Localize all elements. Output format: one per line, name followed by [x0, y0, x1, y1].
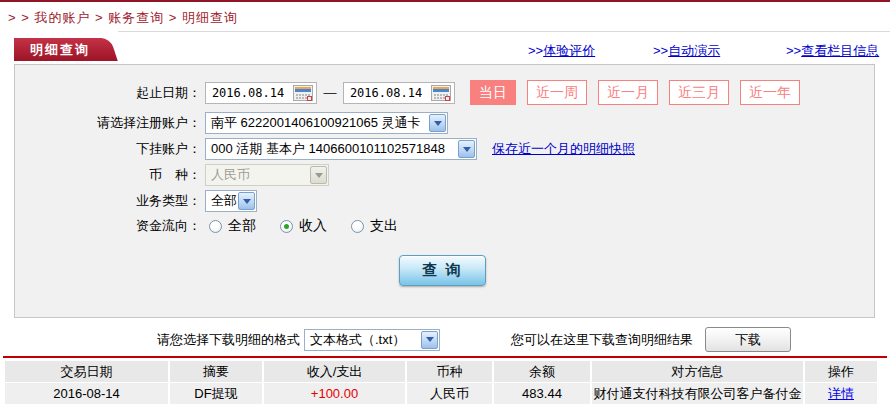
date-range-label: 起止日期： — [15, 84, 201, 102]
range-month-button[interactable]: 近一月 — [598, 80, 658, 105]
top-red-border — [0, 0, 890, 2]
header-summary: 摘要 — [170, 361, 262, 382]
breadcrumb-divider — [118, 31, 890, 32]
flow-option-income-label: 收入 — [299, 217, 327, 235]
breadcrumb-prefix: > > — [8, 10, 34, 25]
sub-account-row: 下挂账户： 000 活期 基本户 1406600101102571848 保存近… — [15, 138, 635, 160]
cell-summary: DF提现 — [170, 383, 262, 404]
biz-type-label: 业务类型： — [15, 192, 201, 210]
radio-checked-icon[interactable] — [280, 220, 293, 233]
currency-label: 币 种： — [15, 166, 201, 184]
radio-unchecked-icon[interactable] — [209, 220, 222, 233]
sub-account-select[interactable]: 000 活期 基本户 1406600101102571848 — [205, 138, 477, 160]
breadcrumb-separator: > — [164, 10, 182, 25]
results-table: 交易日期 摘要 收入/支出 币种 余额 对方信息 操作 2016-08-14 D… — [5, 361, 885, 405]
flow-option-expense[interactable]: 支出 — [351, 217, 398, 235]
link-arrows: >> — [786, 43, 801, 58]
download-hint-label: 您可以在这里下载查询明细结果 — [511, 331, 693, 349]
cell-amount: +100.00 — [264, 383, 405, 404]
column-info-link[interactable]: >>查看栏目信息 — [786, 42, 879, 60]
table-row: 2016-08-14 DF提现 +100.00 人民币 483.44 财付通支付… — [5, 383, 885, 404]
date-from-input[interactable] — [206, 86, 290, 100]
experience-rating-link[interactable]: >>体验评价 — [528, 42, 595, 60]
flow-option-all-label: 全部 — [228, 217, 256, 235]
radio-unchecked-icon[interactable] — [351, 220, 364, 233]
query-form-panel: 起止日期： — — [14, 64, 875, 318]
calendar-icon[interactable] — [431, 85, 451, 101]
range-today-button[interactable]: 当日 — [470, 80, 516, 105]
breadcrumb-separator: > — [90, 10, 108, 25]
download-row: 请您选择下载明细的格式 文本格式（.txt） 您可以在这里下载查询明细结果 下载 — [157, 327, 877, 352]
snapshot-link[interactable]: 保存近一个月的明细快照 — [492, 140, 635, 158]
download-format-select[interactable]: 文本格式（.txt） — [304, 329, 440, 351]
link-arrows: >> — [653, 43, 668, 58]
currency-value: 人民币 — [211, 166, 250, 184]
tab-detail-query[interactable]: 明细查询 — [14, 38, 100, 61]
currency-select: 人民币 — [205, 164, 329, 186]
currency-row: 币 种： 人民币 — [15, 164, 329, 186]
cell-currency: 人民币 — [407, 383, 492, 404]
chevron-down-icon[interactable] — [421, 331, 438, 349]
date-range-row: 起止日期： — — [15, 80, 800, 105]
fund-flow-radio-group: 全部 收入 支出 — [209, 217, 422, 235]
fund-flow-row: 资金流向： 全部 收入 支出 — [15, 217, 422, 235]
sub-account-value: 000 活期 基本户 1406600101102571848 — [211, 140, 445, 158]
experience-rating-label: 体验评价 — [543, 43, 595, 58]
chevron-down-icon[interactable] — [429, 114, 446, 132]
date-to-field[interactable] — [343, 82, 455, 104]
cell-counterparty: 财付通支付科技有限公司客户备付金 — [592, 383, 803, 404]
table-header-row: 交易日期 摘要 收入/支出 币种 余额 对方信息 操作 — [5, 361, 885, 382]
tab-label: 明细查询 — [30, 42, 90, 57]
registered-account-label: 请选择注册账户： — [15, 114, 201, 132]
breadcrumb: > > 我的账户 > 账务查询 > 明细查询 — [8, 9, 238, 27]
link-arrows: >> — [528, 43, 543, 58]
header-action: 操作 — [805, 361, 877, 382]
registered-account-row: 请选择注册账户： 南平 6222001406100921065 灵通卡 — [15, 112, 448, 134]
header-currency: 币种 — [407, 361, 492, 382]
download-format-value: 文本格式（.txt） — [310, 331, 405, 349]
registered-account-value: 南平 6222001406100921065 灵通卡 — [211, 114, 421, 132]
date-separator: — — [317, 85, 343, 100]
flow-option-all[interactable]: 全部 — [209, 217, 256, 235]
header-balance: 余额 — [494, 361, 590, 382]
download-format-label: 请您选择下载明细的格式 — [157, 331, 300, 349]
header-date: 交易日期 — [5, 361, 168, 382]
breadcrumb-item-my-account[interactable]: 我的账户 — [34, 10, 90, 25]
flow-option-expense-label: 支出 — [370, 217, 398, 235]
calendar-icon[interactable] — [293, 85, 313, 101]
range-week-button[interactable]: 近一周 — [527, 80, 587, 105]
range-year-button[interactable]: 近一年 — [740, 80, 800, 105]
detail-link[interactable]: 详情 — [828, 386, 854, 401]
table-top-red-line — [3, 356, 887, 358]
column-info-label: 查看栏目信息 — [801, 43, 879, 58]
chevron-down-icon[interactable] — [458, 140, 475, 158]
query-button[interactable]: 查 询 — [399, 255, 486, 286]
biz-type-value: 全部 — [211, 192, 237, 210]
cell-action: 详情 — [805, 383, 877, 404]
auto-demo-label: 自动演示 — [668, 43, 720, 58]
sub-account-label: 下挂账户： — [15, 140, 201, 158]
flow-option-income[interactable]: 收入 — [280, 217, 327, 235]
chevron-down-icon — [310, 166, 327, 184]
download-button[interactable]: 下载 — [705, 327, 791, 352]
auto-demo-link[interactable]: >>自动演示 — [653, 42, 720, 60]
chevron-down-icon[interactable] — [238, 192, 255, 210]
breadcrumb-item-detail-query[interactable]: 明细查询 — [182, 10, 238, 25]
range-quarter-button[interactable]: 近三月 — [669, 80, 729, 105]
cell-balance: 483.44 — [494, 383, 590, 404]
breadcrumb-item-account-query[interactable]: 账务查询 — [108, 10, 164, 25]
fund-flow-label: 资金流向： — [15, 217, 201, 235]
registered-account-select[interactable]: 南平 6222001406100921065 灵通卡 — [205, 112, 448, 134]
date-from-field[interactable] — [205, 82, 317, 104]
header-counterparty: 对方信息 — [592, 361, 803, 382]
biz-type-select[interactable]: 全部 — [205, 190, 257, 212]
biz-type-row: 业务类型： 全部 — [15, 190, 257, 212]
cell-date: 2016-08-14 — [5, 383, 168, 404]
date-to-input[interactable] — [344, 86, 428, 100]
header-amount: 收入/支出 — [264, 361, 405, 382]
